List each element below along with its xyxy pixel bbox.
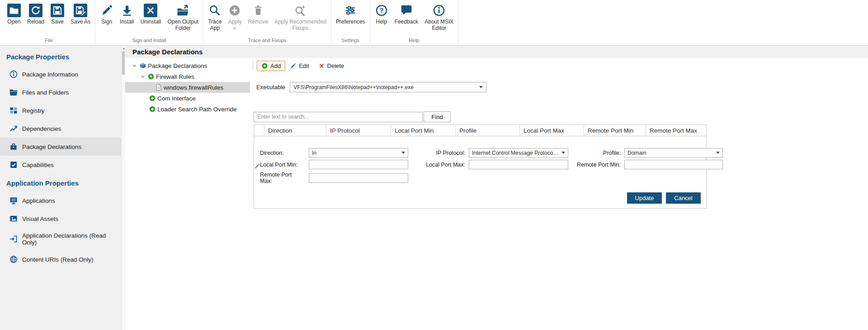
feedback-button-label: Feedback (395, 19, 419, 25)
column-header-remote-port-max[interactable]: Remote Port Max (646, 125, 706, 136)
chevron-down-icon[interactable] (131, 62, 138, 69)
msix-editor-window: Open Reload Save Save As File (0, 0, 868, 330)
scrollbar-thumb[interactable] (122, 51, 125, 75)
uninstall-button[interactable]: Uninstall (137, 2, 164, 27)
sidebar-item-label: Capabilities (22, 162, 54, 168)
rule-edit-form: Direction: In IP Protocol: Internet Cont… (260, 148, 723, 184)
add-button[interactable]: Add (257, 61, 285, 71)
sidebar-item-applications[interactable]: Applications (0, 191, 121, 210)
tree-node-label: Firewall Rules (156, 73, 194, 80)
search-input[interactable] (254, 112, 423, 122)
ribbon-group-label-sign-and-install: Sign and Install (97, 36, 202, 45)
chevron-down-icon (479, 86, 483, 88)
open-output-folder-button-label: Open Output Folder (167, 19, 198, 32)
row-edit-indicator (254, 148, 260, 184)
remote-port-max-input[interactable] (309, 173, 408, 183)
uninstall-icon (144, 4, 157, 17)
trace-app-button[interactable]: Trace App (205, 2, 225, 33)
ribbon-group-label-settings: Settings (333, 36, 368, 45)
column-header-profile[interactable]: Profile (455, 125, 519, 136)
edit-button-label: Edit (299, 62, 309, 69)
open-button[interactable]: Open (4, 2, 24, 27)
ribbon-group-label-trace-and-fixups: Trace and Fixups (205, 36, 330, 45)
about-msix-editor-button-label: About MSIX Editor (425, 19, 453, 32)
sidebar-item-registry[interactable]: Registry (0, 101, 121, 120)
local-port-max-input[interactable] (469, 160, 568, 169)
executable-label: Executable (256, 84, 285, 91)
tree-node-label: Com Interface (157, 95, 196, 102)
sign-pencil-icon (100, 4, 113, 17)
firewall-rules-table: Direction IP Protocol Local Port Min Pro… (254, 124, 707, 209)
tree-node-loader-search-path-override[interactable]: Loader Search Path Override (125, 104, 250, 115)
direction-select[interactable]: In (309, 148, 408, 158)
help-button[interactable]: ? Help (372, 2, 392, 27)
document-icon (155, 84, 162, 91)
feedback-button[interactable]: Feedback (392, 2, 422, 27)
column-header-local-port-min[interactable]: Local Port Min (391, 125, 455, 136)
install-button-label: Install (120, 19, 134, 25)
install-button[interactable]: Install (117, 2, 137, 27)
column-header-remote-port-min[interactable]: Remote Port Min (584, 125, 646, 136)
update-button[interactable]: Update (627, 192, 662, 204)
sign-button[interactable]: Sign (97, 2, 117, 27)
sidebar-item-visual-assets[interactable]: Visual Assets (0, 210, 121, 228)
remote-port-max-label: Remote Port Max: (260, 172, 305, 184)
sidebar-item-package-declarations[interactable]: Package Declarations (0, 138, 121, 156)
remove-button[interactable]: Remove (245, 2, 271, 27)
tree-node-package-declarations[interactable]: Package Declarations (125, 60, 250, 71)
sidebar-item-application-declarations[interactable]: Application Declarations (Read Only) (0, 228, 121, 250)
ribbon-group-help: ? Help Feedback About MSIX Editor Help (370, 0, 459, 45)
open-button-label: Open (7, 19, 20, 25)
tree-node-com-interface[interactable]: Com Interface (125, 93, 250, 104)
edit-pencil-icon (254, 163, 260, 169)
tree-node-firewall-rules[interactable]: Firewall Rules (125, 71, 250, 82)
chevron-down-icon[interactable] (139, 73, 146, 80)
sidebar: Package Properties Package Information F… (0, 46, 121, 330)
apply-button[interactable]: Apply (225, 2, 245, 31)
save-button-label: Save (51, 19, 63, 25)
save-as-icon (74, 4, 87, 17)
sidebar-item-package-information[interactable]: Package Information (0, 65, 121, 83)
sidebar-item-dependencies[interactable]: Dependencies (0, 120, 121, 138)
sidebar-scrollbar[interactable] (121, 46, 125, 330)
declarations-tree: Package Declarations Firewall Rules wind… (125, 58, 250, 330)
save-button[interactable]: Save (47, 2, 67, 27)
open-output-folder-button[interactable]: Open Output Folder (164, 2, 202, 33)
apply-recommended-fixups-button[interactable]: Apply Recommended Fixups (271, 2, 330, 33)
remote-port-min-input[interactable] (624, 160, 723, 169)
page-title: Package Declarations (125, 46, 868, 58)
uninstall-button-label: Uninstall (140, 19, 161, 25)
install-arrow-icon (120, 4, 134, 17)
about-msix-editor-button[interactable]: About MSIX Editor (421, 2, 457, 33)
save-as-button[interactable]: Save As (67, 2, 94, 27)
executable-dropdown[interactable]: VFS\ProgramFilesX86\Notepad++\notepad++.… (290, 82, 486, 92)
find-button[interactable]: Find (424, 111, 451, 122)
apply-button-label: Apply (228, 19, 241, 25)
delete-button-label: Delete (327, 62, 344, 69)
feedback-icon (400, 4, 413, 17)
tree-node-windows-firewallrules[interactable]: windows.firewallRules (125, 82, 250, 93)
reload-button[interactable]: Reload (24, 2, 47, 27)
open-folder-icon (7, 4, 21, 17)
edit-button[interactable]: Edit (285, 61, 313, 71)
sidebar-item-label: Dependencies (22, 125, 61, 132)
cancel-button[interactable]: Cancel (666, 192, 701, 204)
profile-select[interactable]: Domain (624, 148, 723, 158)
ip-protocol-select[interactable]: Internet Control Message Protocol v4 (I.… (469, 148, 568, 158)
sidebar-item-capabilities[interactable]: Capabilities (0, 156, 121, 174)
column-header-local-port-max[interactable]: Local Port Max (519, 125, 584, 136)
svg-text:?: ? (379, 6, 383, 14)
scrollbar-up-arrow-icon[interactable] (123, 48, 125, 49)
sidebar-item-content-uris[interactable]: Content URIs (Read Only) (0, 250, 121, 268)
table-header-row: Direction IP Protocol Local Port Min Pro… (254, 125, 706, 136)
table-gutter-column (254, 125, 264, 136)
column-header-direction[interactable]: Direction (264, 125, 326, 136)
preferences-button[interactable]: Preferences (333, 2, 368, 27)
sidebar-item-files-and-folders[interactable]: Files and Folders (0, 83, 121, 101)
delete-button[interactable]: Delete (314, 61, 349, 71)
local-port-min-input[interactable] (309, 160, 408, 169)
column-header-ip-protocol[interactable]: IP Protocol (326, 125, 391, 136)
sidebar-item-label: Application Declarations (Read Only) (22, 232, 116, 246)
apply-dropdown-caret-icon (233, 28, 236, 29)
trace-app-icon (208, 4, 222, 17)
